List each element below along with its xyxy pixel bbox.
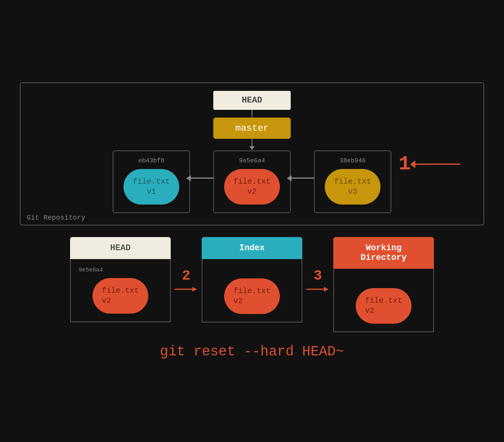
h-arrow-right-center	[291, 177, 314, 179]
commit-box-right: 38eb946 file.txtv3	[314, 150, 391, 213]
col-working-pill: file.txtv2	[356, 288, 411, 324]
between-arrow-2: 2	[171, 268, 202, 293]
bottom-columns: HEAD 9e5e6a4 file.txtv2 2 Index	[20, 237, 484, 332]
commit-hash-right: 38eb946	[322, 157, 383, 164]
main-container: 1 HEAD master eb43bf8 file.txtv1	[20, 82, 484, 360]
commit-box-center: 9e5e6a4 file.txtv2	[213, 150, 291, 213]
col-box-working: WorkingDirectory file.txtv2	[333, 237, 434, 332]
head-box-top: HEAD	[213, 91, 291, 110]
col-header-index: Index	[202, 237, 302, 259]
arrow-3-svg	[306, 285, 329, 293]
vc-line-head-master	[252, 110, 252, 118]
col-box-index: Index file.txtv2	[202, 237, 302, 323]
col-content-working: file.txtv2	[333, 269, 434, 332]
col-box-head: HEAD 9e5e6a4 file.txtv2	[70, 237, 171, 322]
svg-marker-1	[192, 287, 197, 292]
master-box: master	[213, 118, 291, 139]
h-arrow-line-left	[190, 177, 213, 179]
arrow-2-label: 2	[182, 268, 190, 284]
col-head-hash: 9e5e6a4	[79, 267, 103, 273]
arrow-2-svg	[175, 285, 198, 293]
commit-box-left: eb43bf8 file.txtv1	[113, 150, 190, 213]
commits-row: eb43bf8 file.txtv1 9e5e6a4 file.txtv2 38…	[28, 150, 476, 213]
col-header-working: WorkingDirectory	[333, 237, 434, 269]
col-head-pill: file.txtv2	[93, 278, 148, 314]
git-repo-label: Git Repository	[27, 214, 85, 222]
git-repo-box: 1 HEAD master eb43bf8 file.txtv1	[20, 82, 484, 225]
col-content-head: 9e5e6a4 file.txtv2	[70, 259, 171, 322]
svg-marker-3	[324, 287, 329, 292]
col-index-pill: file.txtv2	[224, 278, 280, 314]
between-arrow-3: 3	[302, 268, 333, 293]
arrow-3-label: 3	[314, 268, 322, 284]
col-header-head: HEAD	[70, 237, 171, 259]
commit-hash-center: 9e5e6a4	[222, 157, 282, 164]
col-content-index: file.txtv2	[202, 259, 302, 323]
commit-pill-right: file.txtv3	[325, 169, 381, 205]
bottom-section: HEAD 9e5e6a4 file.txtv2 2 Index	[20, 237, 484, 360]
commit-pill-left: file.txtv1	[123, 169, 179, 205]
git-command: git reset --hard HEAD~	[20, 344, 484, 360]
h-arrow-line-right	[291, 177, 314, 179]
commit-hash-left: eb43bf8	[121, 157, 182, 164]
h-arrow-center-left	[190, 177, 213, 179]
commit-pill-center: file.txtv2	[224, 169, 280, 205]
vc-line-master-commit	[252, 139, 252, 147]
